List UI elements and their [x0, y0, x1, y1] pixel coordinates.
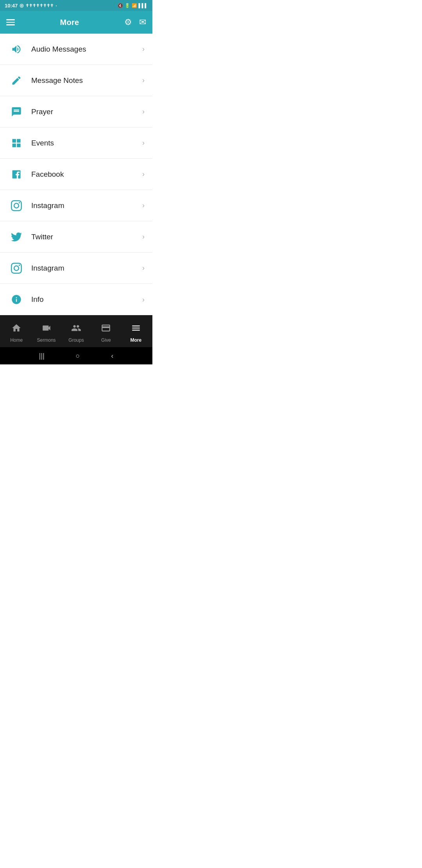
menu-item-info[interactable]: Info › [0, 284, 152, 315]
instagram-2-chevron: › [142, 264, 145, 272]
menu-item-message-notes[interactable]: Message Notes › [0, 65, 152, 96]
signal-icon: ▌▌▌ [139, 3, 148, 8]
info-icon [8, 294, 25, 305]
menu-item-twitter[interactable]: Twitter › [0, 221, 152, 253]
twitter-label: Twitter [31, 233, 142, 241]
recents-button[interactable]: ||| [39, 352, 45, 360]
menu-item-prayer[interactable]: Prayer › [0, 96, 152, 127]
menu-item-facebook[interactable]: Facebook › [0, 159, 152, 190]
groups-label: Groups [68, 337, 84, 343]
status-crosses: ✝✝✝✝✝✝✝✝ [25, 3, 54, 8]
nav-right-icons: ⚙ ✉ [124, 17, 146, 27]
instagram-1-chevron: › [142, 201, 145, 210]
bottom-nav-sermons[interactable]: Sermons [31, 320, 61, 343]
menu-item-events[interactable]: Events › [0, 127, 152, 159]
bottom-nav-groups[interactable]: Groups [61, 320, 91, 343]
menu-item-audio-messages[interactable]: Audio Messages › [0, 34, 152, 65]
info-chevron: › [142, 296, 145, 304]
settings-button[interactable]: ⚙ [124, 17, 132, 27]
hamburger-menu-button[interactable] [6, 19, 15, 25]
bottom-nav-home[interactable]: Home [2, 320, 31, 343]
message-notes-chevron: › [142, 76, 145, 84]
audio-messages-label: Audio Messages [31, 45, 142, 54]
menu-lines-icon [131, 323, 141, 335]
bottom-nav: Home Sermons Groups Give [0, 315, 152, 347]
instagram-icon-2 [8, 263, 25, 274]
twitter-icon [8, 231, 25, 242]
menu-item-instagram-2[interactable]: Instagram › [0, 253, 152, 284]
facebook-icon [8, 169, 25, 180]
prayer-chevron: › [142, 108, 145, 116]
video-icon [41, 323, 52, 335]
message-notes-label: Message Notes [31, 76, 142, 85]
status-time: 10:47 [5, 3, 18, 9]
grid-icon [8, 138, 25, 149]
mail-button[interactable]: ✉ [139, 17, 146, 27]
menu-list: Audio Messages › Message Notes › Prayer … [0, 34, 152, 315]
audio-messages-chevron: › [142, 45, 145, 53]
events-chevron: › [142, 139, 145, 147]
status-eye-icon: ◎ [20, 3, 23, 8]
sermons-label: Sermons [37, 337, 56, 343]
card-icon [101, 323, 111, 335]
back-button[interactable]: ‹ [111, 352, 113, 360]
menu-item-instagram-1[interactable]: Instagram › [0, 190, 152, 221]
volume-icon [8, 44, 25, 55]
facebook-label: Facebook [31, 170, 142, 179]
bottom-nav-more[interactable]: More [121, 320, 151, 343]
chat-icon [8, 106, 25, 117]
edit-icon [8, 75, 25, 86]
instagram-1-label: Instagram [31, 201, 142, 210]
top-nav: More ⚙ ✉ [0, 11, 152, 34]
status-bar: 10:47 ◎ ✝✝✝✝✝✝✝✝ · 🔇 🔋 📶 ▌▌▌ [0, 0, 152, 11]
bottom-nav-give[interactable]: Give [91, 320, 121, 343]
events-label: Events [31, 139, 142, 147]
wifi-icon: 📶 [132, 3, 137, 8]
system-nav-bar: ||| ○ ‹ [0, 347, 152, 364]
instagram-icon-1 [8, 200, 25, 211]
info-label: Info [31, 295, 142, 304]
prayer-label: Prayer [31, 108, 142, 116]
give-label: Give [101, 337, 111, 343]
home-icon [11, 323, 21, 335]
more-label: More [130, 337, 141, 343]
facebook-chevron: › [142, 170, 145, 178]
instagram-2-label: Instagram [31, 264, 142, 273]
home-button[interactable]: ○ [76, 352, 80, 360]
page-title: More [60, 18, 79, 27]
mute-icon: 🔇 [118, 3, 123, 8]
status-dot: · [55, 3, 57, 9]
battery-icon: 🔋 [125, 3, 130, 8]
groups-icon [71, 323, 81, 335]
home-label: Home [10, 337, 23, 343]
status-right-icons: 🔇 🔋 📶 ▌▌▌ [118, 3, 148, 8]
twitter-chevron: › [142, 233, 145, 241]
